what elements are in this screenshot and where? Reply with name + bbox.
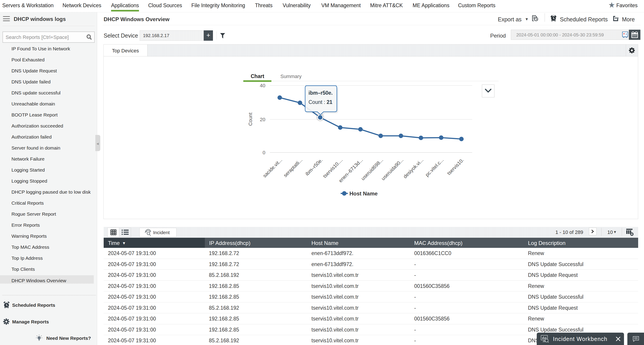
svg-text:desiyok.vi...: desiyok.vi...: [402, 157, 424, 180]
svg-text:Count : 21: Count : 21: [308, 99, 332, 105]
svg-text:tservis10.: tservis10.: [446, 157, 465, 176]
svg-text:useruida90...: useruida90...: [380, 157, 404, 182]
svg-text:tservis10....: tservis10....: [322, 157, 344, 179]
svg-text:ibm–r50e.: ibm–r50e.: [304, 157, 324, 177]
svg-text:ibm–r50e.: ibm–r50e.: [308, 90, 332, 96]
svg-text:sacide.vit...: sacide.vit...: [262, 157, 283, 178]
svg-text:0: 0: [263, 150, 265, 156]
svg-text:*: *: [623, 32, 625, 37]
svg-text:seraptatli...: seraptatli...: [282, 157, 304, 178]
svg-text:pc.vitel.c...: pc.vitel.c...: [424, 157, 444, 178]
svg-text:40: 40: [260, 83, 265, 88]
svg-text:Count: Count: [248, 113, 253, 126]
svg-text:20: 20: [260, 117, 265, 122]
svg-text:Host Name: Host Name: [350, 190, 378, 196]
